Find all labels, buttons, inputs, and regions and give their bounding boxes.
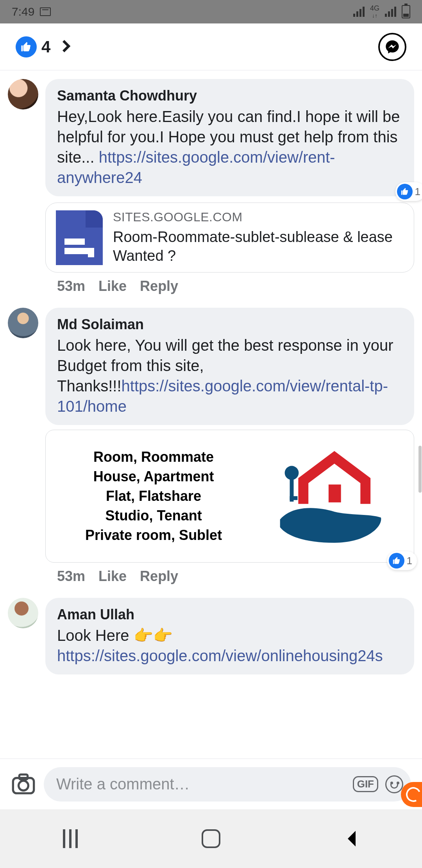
like-button[interactable]: Like [98, 568, 127, 585]
comment-body: Look Here 👉👉 https://sites.google.com/vi… [57, 625, 402, 666]
comment-author[interactable]: Md Solaiman [57, 316, 402, 333]
android-nav-bar [0, 809, 422, 868]
comment-actions: 53m Like Reply [57, 278, 414, 294]
comment-reaction-count: 1 [415, 186, 420, 198]
reactions-header: 4 [0, 23, 422, 70]
emoji-button[interactable] [385, 775, 403, 793]
comment-reaction-count: 1 [407, 555, 412, 567]
svg-rect-0 [329, 484, 341, 502]
recents-button[interactable] [59, 827, 82, 850]
signal-icon-2 [385, 7, 396, 17]
back-button[interactable] [340, 827, 363, 850]
comment-actions: 53m Like Reply [57, 568, 414, 585]
link-title: Room-Roommate-sublet-sublease & lease Wa… [113, 228, 404, 265]
comment-reactions[interactable]: 1 [387, 551, 417, 570]
android-status-bar: 7:49 4G↓↑ [0, 0, 422, 23]
svg-point-5 [19, 780, 29, 790]
comment-timestamp[interactable]: 53m [57, 568, 85, 585]
avatar[interactable] [8, 308, 38, 338]
comment-link[interactable]: https://sites.google.com/view/rent-anywh… [57, 149, 335, 186]
google-sites-doc-icon [56, 210, 103, 265]
image-card-text: Room, Roommate House, Apartment Flat, Fl… [57, 447, 250, 545]
like-icon [397, 184, 413, 199]
messenger-icon [384, 39, 400, 55]
comments-list: Samanta Chowdhury Hey,Look here.Easily y… [0, 70, 422, 674]
comment-body: Hey,Look here.Easily you can find.I hope… [57, 106, 402, 188]
open-messenger-button[interactable] [378, 33, 406, 61]
chevron-left-icon [340, 827, 363, 850]
comment-item: Samanta Chowdhury Hey,Look here.Easily y… [8, 79, 414, 294]
svg-rect-3 [290, 496, 298, 500]
comment-bubble[interactable]: Samanta Chowdhury Hey,Look here.Easily y… [45, 79, 414, 196]
home-button[interactable] [199, 827, 223, 850]
svg-rect-6 [19, 774, 27, 779]
network-type-icon: 4G↓↑ [370, 5, 379, 19]
comment-author[interactable]: Aman Ullah [57, 606, 402, 623]
gif-button[interactable]: GIF [353, 776, 378, 792]
like-icon [389, 553, 404, 569]
camera-icon [11, 771, 36, 796]
image-preview-card[interactable]: Room, Roommate House, Apartment Flat, Fl… [45, 430, 414, 563]
open-camera-button[interactable] [11, 771, 36, 798]
comment-timestamp[interactable]: 53m [57, 278, 85, 294]
link-preview-card[interactable]: SITES.GOOGLE.COM Room-Roommate-sublet-su… [45, 203, 414, 273]
signal-icon [353, 7, 365, 17]
reply-button[interactable]: Reply [140, 568, 178, 585]
link-domain: SITES.GOOGLE.COM [113, 210, 404, 224]
comment-composer: Write a comment… GIF [0, 759, 422, 809]
comment-input[interactable]: Write a comment… GIF [44, 767, 411, 802]
reply-button[interactable]: Reply [140, 278, 178, 294]
battery-icon [402, 5, 410, 18]
house-key-hand-icon [250, 438, 403, 554]
reaction-count: 4 [41, 38, 50, 56]
comment-item: Md Solaiman Look here, You will get the … [8, 308, 414, 585]
open-reactions[interactable]: 4 [16, 36, 74, 57]
comment-item: Aman Ullah Look Here 👉👉 https://sites.go… [8, 598, 414, 674]
svg-point-1 [285, 466, 299, 480]
scroll-indicator [418, 446, 422, 493]
avatar[interactable] [8, 598, 38, 628]
gmail-icon [40, 7, 51, 16]
avatar[interactable] [8, 79, 38, 109]
chevron-right-icon [58, 38, 74, 56]
status-time: 7:49 [12, 5, 34, 18]
comment-bubble[interactable]: Md Solaiman Look here, You will get the … [45, 308, 414, 425]
comment-body: Look here, You will get the best respons… [57, 335, 402, 416]
comment-reactions[interactable]: 1 [395, 182, 422, 201]
comment-bubble[interactable]: Aman Ullah Look Here 👉👉 https://sites.go… [45, 598, 414, 674]
comment-placeholder: Write a comment… [56, 775, 346, 793]
like-button[interactable]: Like [98, 278, 127, 294]
comment-link[interactable]: https://sites.google.com/view/onlinehous… [57, 647, 383, 664]
like-icon [16, 36, 37, 57]
comment-author[interactable]: Samanta Chowdhury [57, 88, 402, 104]
